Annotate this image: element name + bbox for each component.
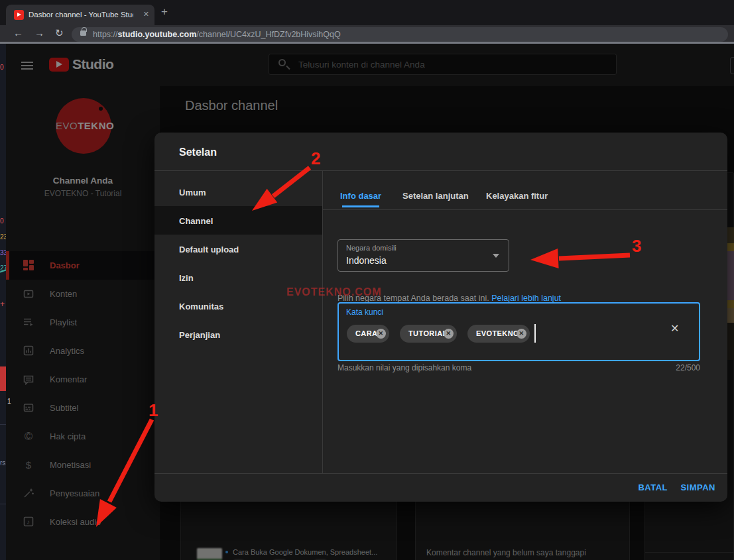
clear-keywords-icon[interactable]: ✕ xyxy=(670,322,679,335)
browser-tab[interactable]: Dasbor channel - YouTube Studio ✕ xyxy=(6,5,154,25)
dialog-nav-default-upload[interactable]: Default upload xyxy=(154,235,322,263)
keywords-label: Kata kunci xyxy=(346,308,383,317)
strip-divider xyxy=(0,464,6,465)
strip-fragment: rs xyxy=(0,459,5,467)
learn-more-link[interactable]: Pelajari lebih lanjut xyxy=(491,294,561,303)
tab-info-dasar[interactable]: Info dasar xyxy=(340,191,381,201)
tab-setelan-lanjutan[interactable]: Setelan lanjutan xyxy=(402,191,469,201)
url-scheme: https:// xyxy=(93,30,118,39)
dialog-divider xyxy=(322,209,727,210)
keywords-counter: 22/500 xyxy=(337,363,700,372)
dialog-nav-label: Perjanjian xyxy=(179,330,220,340)
strip-fragment: 0 xyxy=(0,64,4,71)
dialog-nav-perjanjian[interactable]: Perjanjian xyxy=(154,320,322,349)
dialog-divider xyxy=(154,473,727,474)
browser-toolbar: ← → ↻ https://studio.youtube.com/channel… xyxy=(0,25,734,44)
strip-fragment: + xyxy=(0,300,5,309)
chip-label: TUTORIAL xyxy=(408,329,448,337)
cancel-button[interactable]: BATAL xyxy=(638,482,668,492)
url-text: https://studio.youtube.com/channel/UC4xz… xyxy=(93,30,341,39)
watermark: EVOTEKNO.COM xyxy=(286,286,382,298)
strip-decoration xyxy=(0,366,6,391)
tab-kelayakan-fitur[interactable]: Kelayakan fitur xyxy=(486,191,548,201)
tab-title: Dasbor channel - YouTube Studio xyxy=(29,11,133,19)
save-button[interactable]: SIMPAN xyxy=(680,482,715,492)
back-icon[interactable]: ← xyxy=(13,27,23,38)
url-path: /channel/UC4xzU_HfDZfv2bHivsihQqQ xyxy=(196,30,340,39)
dialog-nav-label: Channel xyxy=(179,216,213,226)
strip-fragment: 0 xyxy=(0,217,4,225)
remove-chip-icon[interactable]: ✕ xyxy=(376,329,386,339)
dialog-nav-label: Default upload xyxy=(179,245,239,254)
close-tab-icon[interactable]: ✕ xyxy=(143,10,149,19)
url-domain: studio.youtube.com xyxy=(118,30,197,39)
dialog-nav-label: Komunitas xyxy=(179,302,223,311)
keywords-field[interactable]: Kata kunci CARA✕ TUTORIAL✕ EVOTEKNO✕ ✕ xyxy=(337,302,700,361)
keyword-chip[interactable]: EVOTEKNO✕ xyxy=(467,325,530,343)
youtube-favicon-icon xyxy=(14,10,24,20)
remove-chip-icon[interactable]: ✕ xyxy=(517,329,526,339)
strip-fragment: 23 xyxy=(0,233,6,241)
chip-label: EVOTEKNO xyxy=(476,329,519,337)
browser-tab-bar: Dasbor channel - YouTube Studio ✕ + xyxy=(0,0,734,25)
strip-fragment: 33 xyxy=(0,249,6,256)
country-dropdown-value: Indonesia xyxy=(346,255,387,266)
chevron-down-icon xyxy=(493,254,499,258)
dialog-nav-channel[interactable]: Channel xyxy=(154,206,322,235)
dialog-title: Setelan xyxy=(179,146,217,158)
forward-icon[interactable]: → xyxy=(34,27,44,38)
strip-divider xyxy=(0,424,6,425)
chip-label: CARA xyxy=(355,329,377,337)
dialog-nav-umum[interactable]: Umum xyxy=(154,178,322,206)
country-dropdown-label: Negara domisili xyxy=(346,244,397,252)
dialog-nav-label: Izin xyxy=(179,273,194,283)
remove-chip-icon[interactable]: ✕ xyxy=(444,329,454,339)
settings-dialog: Setelan Umum Channel Default upload Izin… xyxy=(154,133,727,502)
background-window-strip: TI 0 0 23 33 27 + rs xyxy=(0,0,6,560)
active-tab-underline xyxy=(342,205,379,207)
background-fragment: 1 xyxy=(7,398,11,405)
keyword-chip[interactable]: TUTORIAL✕ xyxy=(400,325,457,343)
dialog-nav-label: Umum xyxy=(179,188,206,197)
keyword-chip[interactable]: CARA✕ xyxy=(347,325,389,343)
reload-icon[interactable]: ↻ xyxy=(55,27,64,39)
screen: TI 0 0 23 33 27 + rs Dasbor channel - Yo… xyxy=(0,0,734,560)
strip-divider xyxy=(0,504,6,504)
country-dropdown[interactable]: Negara domisili Indonesia xyxy=(337,239,509,272)
url-bar[interactable]: https://studio.youtube.com/channel/UC4xz… xyxy=(72,27,728,42)
dialog-divider xyxy=(154,170,727,171)
text-cursor xyxy=(534,324,536,343)
dialog-divider xyxy=(322,171,323,473)
new-tab-button[interactable]: + xyxy=(161,5,168,19)
lock-icon xyxy=(80,30,86,36)
